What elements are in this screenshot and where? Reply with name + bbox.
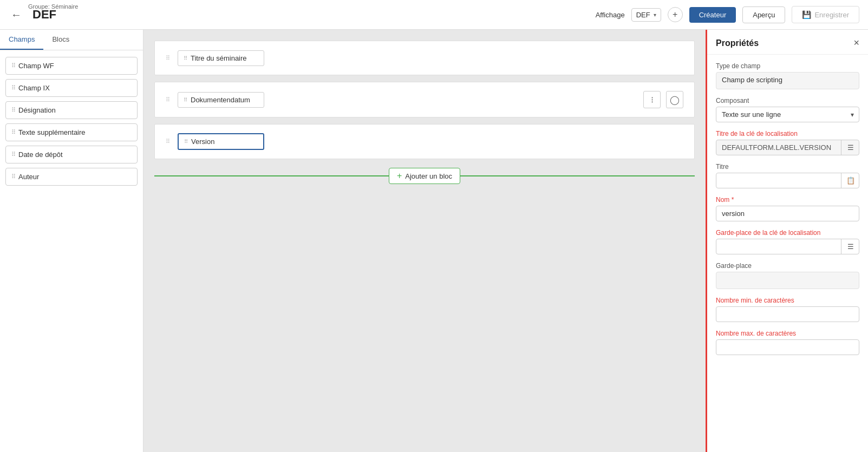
enregistrer-button[interactable]: 💾 Enregistrer — [792, 6, 859, 23]
tab-blocs[interactable]: Blocs — [43, 30, 78, 50]
composant-label: Composant — [716, 97, 859, 104]
titre-input-wrapper: 📋 — [716, 173, 859, 188]
titre-cle-localisation-label: Titre de la clé de localisation — [716, 130, 859, 137]
type-de-champ-group: Type de champ Champ de scripting — [716, 62, 859, 89]
drag-handle-icon: ⠿ — [11, 62, 15, 69]
form-canvas: ⠿ ⠿ Titre du séminaire ⠿ ⠿ Dokumentendat… — [143, 30, 706, 452]
nom-group: Nom * — [716, 196, 859, 221]
close-panel-button[interactable]: × — [853, 37, 859, 49]
field-drag-handle-icon: ⠿ — [184, 139, 188, 145]
drag-handle-icon: ⠿ — [11, 107, 15, 114]
list-icon[interactable]: ☰ — [841, 239, 859, 254]
form-block: ⠿ ⠿ Dokumentendatum ⁝ ◯ — [154, 82, 695, 117]
garde-place-cle-group: Garde-place de la clé de localisation ☰ — [716, 229, 859, 254]
list-item[interactable]: ⠿ Désignation — [5, 101, 138, 119]
nom-label: Nom * — [716, 196, 859, 204]
apercu-button[interactable]: Aperçu — [742, 6, 785, 23]
garde-place-cle-label: Garde-place de la clé de localisation — [716, 229, 859, 237]
properties-panel: Propriétés × Type de champ Champ de scri… — [706, 30, 868, 452]
tab-champs[interactable]: Champs — [0, 30, 43, 50]
garde-place-cle-input-wrapper: ☰ — [716, 239, 859, 254]
drag-handle-icon: ⠿ — [11, 84, 15, 91]
form-block: ⠿ ⠿ Titre du séminaire — [154, 41, 695, 75]
group-label: Groupe: Séminaire — [28, 3, 78, 10]
left-sidebar: Champs Blocs ⠿ Champ WF ⠿ Champ IX ⠿ Dés… — [0, 30, 143, 452]
garde-place-value — [716, 272, 859, 289]
list-item[interactable]: ⠿ Champ WF — [5, 57, 138, 75]
save-icon: 💾 — [802, 10, 811, 19]
properties-panel-body: Type de champ Champ de scripting Composa… — [707, 55, 868, 363]
affichage-label: Affichage — [596, 11, 625, 19]
display-select[interactable]: DEF ▾ — [631, 8, 661, 22]
nombre-max-group: Nombre max. de caractères — [716, 330, 859, 355]
titre-cle-input-wrapper: ☰ — [716, 140, 859, 155]
clipboard-icon[interactable]: 📋 — [841, 173, 859, 188]
field-drag-handle-icon: ⠿ — [184, 97, 187, 103]
display-select-value: DEF — [636, 11, 650, 19]
field-drag-handle-icon: ⠿ — [184, 55, 187, 61]
field-label-version[interactable]: ⠿ Version — [178, 133, 264, 150]
composant-group: Composant Texte sur une ligne ▾ — [716, 97, 859, 122]
createur-button[interactable]: Créateur — [689, 7, 736, 23]
add-bloc-line — [154, 175, 389, 176]
type-de-champ-label: Type de champ — [716, 62, 859, 70]
garde-place-cle-input[interactable] — [716, 239, 859, 254]
grid-icon[interactable]: ⁝ — [643, 91, 661, 108]
nombre-max-label: Nombre max. de caractères — [716, 330, 859, 337]
titre-cle-localisation-group: Titre de la clé de localisation ☰ — [716, 130, 859, 155]
list-item[interactable]: ⠿ Champ IX — [5, 79, 138, 97]
properties-panel-title: Propriétés — [716, 38, 759, 48]
list-item[interactable]: ⠿ Date de dépôt — [5, 146, 138, 163]
block-drag-handle-icon: ⠿ — [166, 138, 170, 145]
list-icon[interactable]: ☰ — [841, 140, 859, 155]
sidebar-tabs: Champs Blocs — [0, 30, 143, 50]
chevron-down-icon: ▾ — [654, 12, 656, 18]
drag-handle-icon: ⠿ — [11, 151, 15, 158]
field-label-titre[interactable]: ⠿ Titre du séminaire — [178, 50, 264, 66]
block-drag-handle-icon: ⠿ — [166, 96, 170, 103]
titre-label: Titre — [716, 163, 859, 171]
drag-handle-icon: ⠿ — [11, 129, 15, 136]
add-bloc-line — [460, 175, 695, 176]
titre-cle-localisation-input[interactable] — [716, 140, 859, 155]
titre-group: Titre 📋 — [716, 163, 859, 188]
properties-panel-header: Propriétés × — [707, 30, 868, 55]
back-button[interactable]: ← — [9, 6, 24, 23]
composant-select[interactable]: Texte sur une ligne — [716, 107, 859, 122]
sidebar-fields-list: ⠿ Champ WF ⠿ Champ IX ⠿ Désignation ⠿ Te… — [0, 50, 143, 192]
field-label-dokumentendatum[interactable]: ⠿ Dokumentendatum — [178, 92, 264, 108]
nombre-min-input[interactable] — [716, 306, 859, 322]
nom-input[interactable] — [716, 206, 859, 221]
block-drag-handle-icon: ⠿ — [166, 55, 170, 62]
topbar: Groupe: Séminaire ← DEF Affichage DEF ▾ … — [0, 0, 868, 30]
add-bloc-button[interactable]: + Ajouter un bloc — [389, 168, 460, 184]
type-de-champ-value: Champ de scripting — [716, 72, 859, 89]
garde-place-group: Garde-place — [716, 262, 859, 289]
add-display-button[interactable]: + — [668, 7, 683, 22]
list-item[interactable]: ⠿ Auteur — [5, 168, 138, 186]
titre-input[interactable] — [716, 173, 859, 188]
nombre-min-group: Nombre min. de caractères — [716, 297, 859, 322]
list-item[interactable]: ⠿ Texte supplémentaire — [5, 123, 138, 141]
clock-icon[interactable]: ◯ — [666, 91, 683, 108]
drag-handle-icon: ⠿ — [11, 173, 15, 180]
add-bloc-bar: + Ajouter un bloc — [154, 168, 695, 184]
garde-place-label: Garde-place — [716, 262, 859, 270]
plus-icon: + — [397, 171, 402, 181]
composant-select-wrapper: Texte sur une ligne ▾ — [716, 107, 859, 122]
nombre-max-input[interactable] — [716, 339, 859, 355]
nombre-min-label: Nombre min. de caractères — [716, 297, 859, 304]
form-block: ⠿ ⠿ Version — [154, 124, 695, 159]
